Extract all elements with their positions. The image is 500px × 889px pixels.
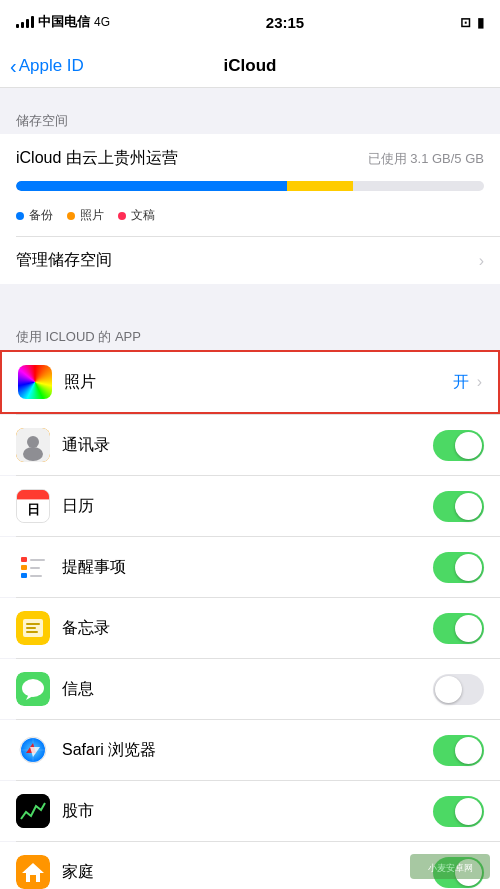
section-gap-1 bbox=[0, 284, 500, 314]
manage-storage-chevron-icon: › bbox=[479, 252, 484, 270]
app-icon-photos bbox=[18, 365, 52, 399]
svg-point-20 bbox=[22, 679, 44, 697]
row-left-stocks: 股市 bbox=[16, 794, 433, 828]
toggle-knob-stocks bbox=[455, 798, 482, 825]
toggle-calendar[interactable] bbox=[433, 491, 484, 522]
svg-rect-16 bbox=[26, 623, 40, 625]
row-left-photos: 照片 bbox=[18, 365, 453, 399]
toggle-contacts[interactable] bbox=[433, 430, 484, 461]
app-row-safari[interactable]: Safari 浏览器 bbox=[0, 720, 500, 780]
progress-backup-segment bbox=[16, 181, 287, 191]
storage-progress-container bbox=[0, 177, 500, 201]
app-label-photos: 照片 bbox=[64, 372, 96, 393]
row-right-notes bbox=[433, 613, 484, 644]
app-label-home: 家庭 bbox=[62, 862, 94, 883]
signal-icon bbox=[16, 16, 34, 28]
app-label-messages: 信息 bbox=[62, 679, 94, 700]
app-icon-safari bbox=[16, 733, 50, 767]
back-label: Apple ID bbox=[19, 56, 84, 76]
watermark: 小麦安卓网 bbox=[410, 854, 490, 883]
app-row-stocks[interactable]: 股市 bbox=[0, 781, 500, 841]
storage-progress-bar bbox=[16, 181, 484, 191]
legend-photos: 照片 bbox=[67, 207, 104, 224]
toggle-knob-calendar bbox=[455, 493, 482, 520]
svg-rect-17 bbox=[26, 627, 36, 629]
row-left-calendar: 日 日历 bbox=[16, 489, 433, 523]
row-right-stocks bbox=[433, 796, 484, 827]
storage-provider-label: iCloud 由云上贵州运营 bbox=[16, 148, 178, 169]
svg-rect-32 bbox=[30, 875, 36, 882]
network-label: 4G bbox=[94, 15, 110, 29]
manage-storage-label: 管理储存空间 bbox=[16, 250, 112, 271]
storage-legend: 备份 照片 文稿 bbox=[0, 201, 500, 236]
apps-list: 照片 开 › 通讯录 bbox=[0, 350, 500, 889]
app-icon-contacts bbox=[16, 428, 50, 462]
row-right-photos: 开 › bbox=[453, 372, 482, 393]
app-row-photos[interactable]: 照片 开 › bbox=[0, 350, 500, 414]
storage-used-label: 已使用 3.1 GB/5 GB bbox=[368, 150, 484, 168]
app-icon-home bbox=[16, 855, 50, 889]
legend-dot-backup bbox=[16, 212, 24, 220]
app-label-notes: 备忘录 bbox=[62, 618, 110, 639]
content-area: 储存空间 iCloud 由云上贵州运营 已使用 3.1 GB/5 GB 备份 照… bbox=[0, 88, 500, 889]
battery-icon: ▮ bbox=[477, 15, 484, 30]
legend-dot-photos bbox=[67, 212, 75, 220]
app-row-messages[interactable]: 信息 bbox=[0, 659, 500, 719]
section-gap-top bbox=[0, 88, 500, 98]
svg-rect-5 bbox=[17, 490, 49, 498]
back-button[interactable]: ‹ Apple ID bbox=[10, 56, 84, 76]
toggle-stocks[interactable] bbox=[433, 796, 484, 827]
row-right-reminders bbox=[433, 552, 484, 583]
legend-docs: 文稿 bbox=[118, 207, 155, 224]
legend-backup: 备份 bbox=[16, 207, 53, 224]
svg-rect-8 bbox=[21, 557, 27, 562]
status-bar: 中国电信 4G 23:15 ⊡ ▮ bbox=[0, 0, 500, 44]
page-title: iCloud bbox=[224, 56, 277, 76]
app-row-notes[interactable]: 备忘录 bbox=[0, 598, 500, 658]
toggle-notes[interactable] bbox=[433, 613, 484, 644]
toggle-messages[interactable] bbox=[433, 674, 484, 705]
row-left-safari: Safari 浏览器 bbox=[16, 733, 433, 767]
toggle-safari[interactable] bbox=[433, 735, 484, 766]
svg-rect-10 bbox=[21, 573, 27, 578]
manage-storage-row[interactable]: 管理储存空间 › bbox=[0, 237, 500, 284]
svg-rect-9 bbox=[21, 565, 27, 570]
status-time: 23:15 bbox=[266, 14, 304, 31]
app-icon-stocks bbox=[16, 794, 50, 828]
storage-card: iCloud 由云上贵州运营 已使用 3.1 GB/5 GB 备份 照片 文稿 bbox=[0, 134, 500, 284]
carrier-label: 中国电信 bbox=[38, 13, 90, 31]
toggle-knob-contacts bbox=[455, 432, 482, 459]
app-label-stocks: 股市 bbox=[62, 801, 94, 822]
legend-label-photos: 照片 bbox=[80, 207, 104, 224]
storage-section-label: 储存空间 bbox=[0, 98, 500, 134]
toggle-knob-notes bbox=[455, 615, 482, 642]
app-icon-notes bbox=[16, 611, 50, 645]
svg-point-2 bbox=[23, 447, 43, 461]
toggle-knob-reminders bbox=[455, 554, 482, 581]
svg-rect-12 bbox=[30, 567, 40, 569]
row-left-home: 家庭 bbox=[16, 855, 433, 889]
app-icon-messages bbox=[16, 672, 50, 706]
row-left-contacts: 通讯录 bbox=[16, 428, 433, 462]
status-right: ⊡ ▮ bbox=[460, 15, 484, 30]
nav-bar: ‹ Apple ID iCloud bbox=[0, 44, 500, 88]
toggle-knob-safari bbox=[455, 737, 482, 764]
app-row-calendar[interactable]: 日 日历 bbox=[0, 476, 500, 536]
row-left-notes: 备忘录 bbox=[16, 611, 433, 645]
svg-text:日: 日 bbox=[27, 502, 40, 517]
toggle-reminders[interactable] bbox=[433, 552, 484, 583]
row-right-contacts bbox=[433, 430, 484, 461]
app-label-safari: Safari 浏览器 bbox=[62, 740, 156, 761]
svg-text:小麦安卓网: 小麦安卓网 bbox=[428, 863, 473, 873]
app-row-contacts[interactable]: 通讯录 bbox=[0, 415, 500, 475]
row-left-reminders: 提醒事项 bbox=[16, 550, 433, 584]
photos-status-text: 开 bbox=[453, 372, 469, 393]
storage-header: iCloud 由云上贵州运营 已使用 3.1 GB/5 GB bbox=[0, 134, 500, 177]
app-label-reminders: 提醒事项 bbox=[62, 557, 126, 578]
svg-rect-11 bbox=[30, 559, 45, 561]
status-left: 中国电信 4G bbox=[16, 13, 110, 31]
svg-point-1 bbox=[27, 436, 39, 448]
row-right-messages bbox=[433, 674, 484, 705]
legend-dot-docs bbox=[118, 212, 126, 220]
app-row-reminders[interactable]: 提醒事项 bbox=[0, 537, 500, 597]
